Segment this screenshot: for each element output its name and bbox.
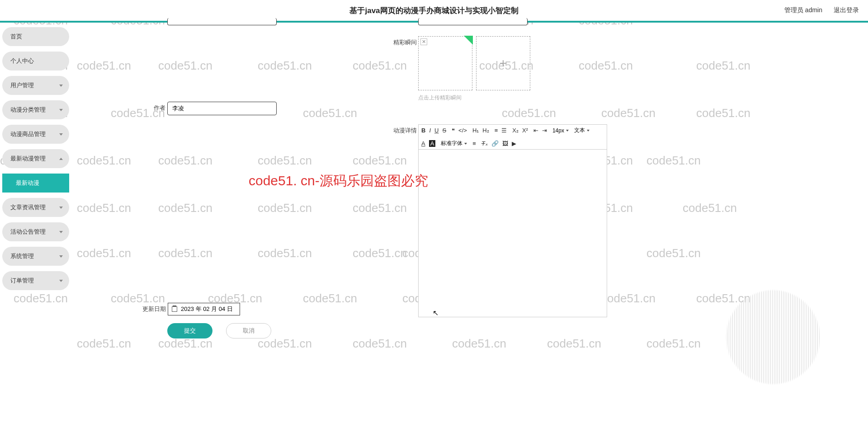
strike-icon[interactable]: S: [442, 127, 446, 134]
form-area: 精彩瞬间 ✕ + 点击上传精彩瞬间 作者 动漫详情 B I: [72, 23, 868, 423]
sidebar-subitem-latest-anime[interactable]: 最新动漫: [2, 174, 69, 193]
author-input[interactable]: [167, 102, 277, 115]
submit-button[interactable]: 提交: [167, 323, 212, 338]
ordered-list-icon[interactable]: ≡: [495, 127, 498, 134]
sidebar-item-products[interactable]: 动漫商品管理: [2, 125, 69, 144]
sidebar-item-home[interactable]: 首页: [2, 27, 69, 46]
uploaded-image-thumb[interactable]: ✕: [418, 36, 472, 90]
superscript-icon[interactable]: X²: [522, 127, 528, 134]
sidebar-item-announcements[interactable]: 活动公告管理: [2, 222, 69, 241]
sidebar-item-label: 用户管理: [10, 81, 34, 89]
chevron-down-icon: [59, 207, 63, 209]
image-icon[interactable]: 🖼: [502, 140, 508, 147]
underline-icon[interactable]: U: [434, 127, 439, 134]
text-color-icon[interactable]: A: [421, 140, 425, 147]
code-icon[interactable]: </>: [458, 127, 467, 134]
update-date-input[interactable]: 2023 年 02 月 04 日: [168, 303, 240, 315]
moments-label: 精彩瞬间: [393, 36, 416, 47]
sidebar-item-system[interactable]: 系统管理: [2, 247, 69, 266]
sidebar-item-label: 首页: [10, 33, 22, 41]
sidebar-item-label: 订单管理: [10, 277, 34, 285]
bold-icon[interactable]: B: [421, 127, 425, 134]
clear-format-icon[interactable]: Tₓ: [481, 140, 488, 147]
text-style-value: 文本: [574, 127, 585, 134]
sidebar-item-orders[interactable]: 订单管理: [2, 271, 69, 290]
page-title: 基于java网页的动漫手办商城设计与实现小智定制: [349, 5, 518, 16]
quote-icon[interactable]: ❝: [452, 127, 455, 134]
chevron-down-icon: [59, 231, 63, 233]
sidebar-subitem-label: 最新动漫: [16, 179, 39, 187]
video-icon[interactable]: ▶: [512, 140, 516, 147]
plus-icon: +: [500, 56, 507, 70]
chevron-down-icon: [59, 85, 63, 87]
watermark-text: code51.cn: [14, 291, 68, 306]
top-partial-input[interactable]: [167, 18, 277, 25]
sidebar: 首页 个人中心 用户管理 动漫分类管理 动漫商品管理 最新动漫管理 最新动漫 文…: [2, 27, 69, 290]
broken-image-icon: ✕: [420, 38, 427, 45]
unordered-list-icon[interactable]: ☰: [501, 127, 507, 134]
sidebar-item-label: 动漫商品管理: [10, 130, 46, 138]
top-partial-input-2[interactable]: [418, 18, 528, 25]
upload-add-button[interactable]: +: [476, 36, 530, 90]
chevron-up-icon: [59, 158, 63, 160]
bg-color-icon[interactable]: A: [429, 140, 436, 147]
details-label: 动漫详情: [393, 124, 416, 135]
editor-content-area[interactable]: [419, 150, 607, 317]
sidebar-item-articles[interactable]: 文章资讯管理: [2, 198, 69, 217]
link-icon[interactable]: 🔗: [491, 140, 499, 147]
sidebar-item-profile[interactable]: 个人中心: [2, 52, 69, 70]
sidebar-item-users[interactable]: 用户管理: [2, 76, 69, 95]
cancel-button[interactable]: 取消: [226, 323, 271, 338]
sidebar-item-label: 活动公告管理: [10, 228, 46, 236]
admin-label[interactable]: 管理员 admin: [784, 6, 822, 14]
upload-hint-text: 点击上传精彩瞬间: [418, 94, 530, 102]
indent-left-icon[interactable]: ⇤: [533, 127, 538, 134]
sidebar-item-label: 系统管理: [10, 252, 34, 260]
chevron-down-icon: [59, 109, 63, 111]
watermark-red: code51. cn-源码乐园盗图必究: [249, 172, 428, 190]
sidebar-item-label: 文章资讯管理: [10, 203, 46, 212]
align-icon[interactable]: ≡: [472, 140, 476, 147]
italic-icon[interactable]: I: [429, 127, 431, 134]
text-style-select[interactable]: 文本: [574, 127, 590, 134]
chevron-down-icon: [59, 280, 63, 282]
sidebar-item-category[interactable]: 动漫分类管理: [2, 100, 69, 119]
upload-success-corner-icon: [464, 36, 473, 45]
font-family-select[interactable]: 标准字体: [441, 140, 467, 147]
h1-icon[interactable]: H₁: [472, 127, 479, 134]
chevron-down-icon: [59, 255, 63, 258]
font-size-select[interactable]: 14px: [552, 127, 569, 134]
h2-icon[interactable]: H₂: [482, 127, 489, 134]
sidebar-item-latest-anime[interactable]: 最新动漫管理: [2, 149, 69, 168]
calendar-icon: [172, 306, 177, 312]
editor-toolbar: B I U S ❝ </> H₁ H₂ ≡ ☰ X₂: [419, 125, 607, 150]
sidebar-item-label: 动漫分类管理: [10, 106, 46, 114]
chevron-down-icon: [59, 133, 63, 136]
update-date-label: 更新日期: [142, 305, 166, 313]
update-date-value: 2023 年 02 月 04 日: [181, 305, 233, 313]
font-family-value: 标准字体: [441, 140, 462, 147]
font-size-value: 14px: [552, 127, 564, 134]
author-label: 作者: [154, 102, 165, 112]
indent-right-icon[interactable]: ⇥: [542, 127, 547, 134]
sidebar-item-label: 个人中心: [10, 57, 34, 65]
logout-link[interactable]: 退出登录: [834, 6, 859, 14]
subscript-icon[interactable]: X₂: [512, 127, 519, 134]
sidebar-item-label: 最新动漫管理: [10, 155, 46, 163]
rich-text-editor: B I U S ❝ </> H₁ H₂ ≡ ☰ X₂: [418, 124, 607, 317]
